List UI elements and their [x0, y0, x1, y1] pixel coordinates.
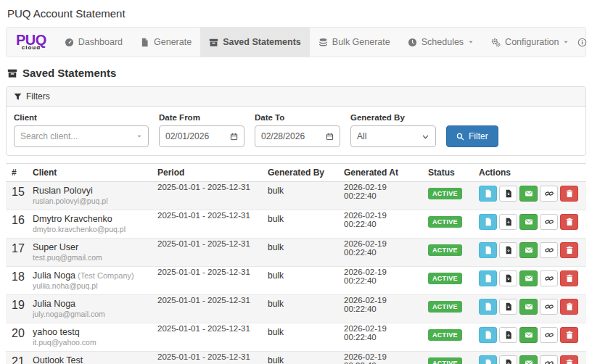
send-email-button[interactable] [519, 214, 538, 230]
link-icon [545, 274, 554, 283]
file-export-icon [504, 274, 513, 283]
delete-button[interactable] [560, 327, 578, 343]
nav-item-schedules[interactable]: Schedules [399, 28, 482, 57]
trash-icon [565, 274, 574, 283]
delete-button[interactable] [560, 299, 578, 315]
calendar-icon[interactable] [230, 133, 238, 141]
info-circle-icon [577, 38, 587, 47]
view-pdf-button[interactable] [479, 299, 497, 315]
search-icon [456, 133, 464, 141]
trash-icon [565, 246, 574, 255]
date-to-input[interactable] [261, 131, 326, 141]
page: PUQ Account Statement PUQ cloud Dashboar… [0, 0, 592, 364]
email-icon [525, 331, 533, 339]
client-name: Dmytro Kravchenko [33, 214, 146, 224]
generated-by-label: Generated By [350, 113, 436, 122]
chevron-down-icon [468, 39, 474, 45]
export-button[interactable] [499, 242, 517, 258]
send-email-button[interactable] [519, 186, 538, 202]
export-button[interactable] [499, 270, 517, 286]
export-button[interactable] [499, 327, 517, 343]
client-name: Julia Noga [33, 299, 146, 309]
trash-icon [565, 359, 574, 364]
generated-at: 2026-02-19 00:22:40 [338, 267, 422, 295]
email-icon [525, 274, 533, 283]
copy-link-button[interactable] [540, 299, 558, 315]
copy-link-button[interactable] [540, 214, 558, 230]
file-pdf-icon [484, 246, 493, 255]
row-actions [479, 299, 580, 315]
delete-button[interactable] [560, 214, 578, 230]
date-from-field: Date From [159, 113, 244, 147]
view-pdf-button[interactable] [479, 214, 497, 230]
nav-item-bulk-generate[interactable]: Bulk Generate [310, 28, 399, 57]
table-row: 20 yahoo testq it.puq@yahoo.com 2025-01-… [6, 323, 586, 352]
nav-item-generate[interactable]: Generate [131, 28, 200, 57]
file-export-icon [504, 331, 513, 339]
client-name: Ruslan Polovyi [33, 186, 146, 196]
date-from-input[interactable] [165, 131, 230, 141]
generated-by: bulk [262, 323, 338, 352]
calendar-icon[interactable] [326, 133, 334, 141]
logo-subtext: cloud [22, 44, 41, 51]
export-button[interactable] [499, 214, 517, 230]
delete-button[interactable] [560, 355, 578, 364]
view-pdf-button[interactable] [479, 242, 497, 258]
row-actions [479, 242, 580, 258]
view-pdf-button[interactable] [479, 186, 497, 202]
email-icon [525, 189, 533, 198]
view-pdf-button[interactable] [479, 327, 497, 343]
generated-by: bulk [262, 239, 338, 267]
nav-label: Dashboard [78, 37, 123, 47]
copy-link-button[interactable] [540, 270, 558, 286]
row-id: 15 [6, 182, 27, 210]
view-pdf-button[interactable] [479, 270, 497, 286]
generated-by-field: Generated By All [350, 113, 436, 147]
send-email-button[interactable] [519, 327, 538, 343]
file-icon [140, 38, 149, 47]
send-email-button[interactable] [519, 355, 538, 364]
delete-button[interactable] [560, 242, 578, 258]
email-icon [525, 246, 533, 255]
send-email-button[interactable] [519, 299, 538, 315]
export-button[interactable] [499, 355, 517, 364]
delete-button[interactable] [560, 186, 578, 202]
client-select[interactable]: Search client... [14, 125, 149, 147]
nav-label: Saved Statements [223, 37, 301, 47]
copy-link-button[interactable] [540, 355, 558, 364]
date-to-label: Date To [255, 113, 340, 122]
period: 2025-01-01 - 2025-12-31 [152, 210, 262, 239]
status-badge: ACTIVE [428, 357, 462, 364]
copy-link-button[interactable] [540, 242, 558, 258]
copy-link-button[interactable] [540, 327, 558, 343]
period: 2025-01-01 - 2025-12-31 [152, 267, 262, 295]
file-pdf-icon [484, 359, 493, 364]
puq-logo[interactable]: PUQ cloud [7, 28, 56, 57]
generated-by-select[interactable]: All [350, 125, 436, 147]
row-id: 21 [6, 352, 27, 364]
nav-label: Configuration [505, 37, 559, 47]
export-button[interactable] [499, 299, 517, 315]
status-badge: ACTIVE [428, 216, 462, 228]
export-button[interactable] [499, 186, 517, 202]
nav-item-configuration[interactable]: Configuration [482, 28, 577, 57]
send-email-button[interactable] [519, 242, 538, 258]
file-pdf-icon [484, 218, 493, 226]
send-email-button[interactable] [519, 270, 538, 286]
period: 2025-01-01 - 2025-12-31 [152, 239, 262, 267]
link-icon [545, 218, 554, 226]
nav-item-saved-statements[interactable]: Saved Statements [200, 28, 310, 57]
delete-button[interactable] [560, 270, 578, 286]
generated-at: 2026-02-19 00:22:40 [338, 239, 422, 267]
nav-item-help[interactable]: Help [577, 37, 592, 47]
view-pdf-button[interactable] [479, 355, 497, 364]
main-navbar: PUQ cloud Dashboard Generate Saved State… [6, 27, 586, 57]
copy-link-button[interactable] [540, 186, 558, 202]
status-badge: ACTIVE [428, 188, 462, 199]
client-name: yahoo testq [33, 327, 146, 337]
archive-icon [209, 38, 218, 47]
nav-item-dashboard[interactable]: Dashboard [56, 28, 131, 57]
filters-header[interactable]: Filters [7, 87, 585, 107]
filter-button[interactable]: Filter [446, 125, 498, 147]
client-filter-field: Client Search client... [14, 113, 149, 147]
